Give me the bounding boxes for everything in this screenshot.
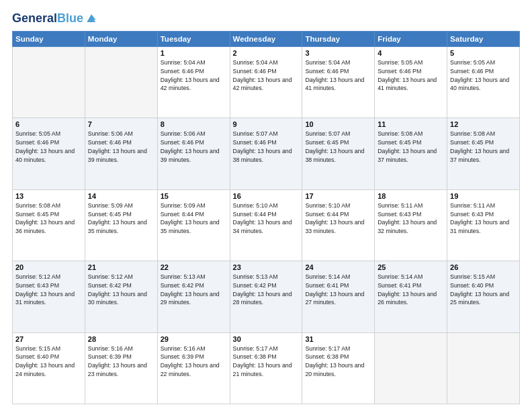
day-info: Sunrise: 5:15 AM Sunset: 6:40 PM Dayligh… (450, 273, 517, 307)
weekday-header-row: SundayMondayTuesdayWednesdayThursdayFrid… (13, 32, 520, 47)
day-number: 25 (378, 263, 444, 271)
calendar-week-row: 27Sunrise: 5:15 AM Sunset: 6:40 PM Dayli… (13, 332, 520, 404)
calendar-week-row: 20Sunrise: 5:12 AM Sunset: 6:43 PM Dayli… (13, 261, 520, 332)
calendar-cell: 14Sunrise: 5:09 AM Sunset: 6:45 PM Dayli… (85, 189, 157, 261)
day-info: Sunrise: 5:12 AM Sunset: 6:42 PM Dayligh… (88, 273, 154, 307)
day-info: Sunrise: 5:07 AM Sunset: 6:46 PM Dayligh… (233, 130, 300, 164)
day-number: 3 (305, 49, 371, 57)
day-info: Sunrise: 5:08 AM Sunset: 6:45 PM Dayligh… (378, 130, 444, 164)
calendar-cell: 30Sunrise: 5:17 AM Sunset: 6:38 PM Dayli… (230, 332, 302, 404)
logo: GeneralBlue (12, 12, 98, 26)
day-info: Sunrise: 5:04 AM Sunset: 6:46 PM Dayligh… (233, 58, 300, 93)
day-number: 5 (450, 49, 517, 57)
day-number: 26 (450, 263, 517, 271)
day-info: Sunrise: 5:14 AM Sunset: 6:41 PM Dayligh… (305, 273, 371, 307)
calendar-cell: 3Sunrise: 5:04 AM Sunset: 6:46 PM Daylig… (302, 47, 375, 118)
calendar-cell: 16Sunrise: 5:10 AM Sunset: 6:44 PM Dayli… (230, 189, 302, 261)
day-number: 31 (305, 335, 371, 343)
day-info: Sunrise: 5:05 AM Sunset: 6:46 PM Dayligh… (15, 130, 82, 164)
calendar-cell: 1Sunrise: 5:04 AM Sunset: 6:46 PM Daylig… (157, 47, 230, 118)
calendar-cell: 9Sunrise: 5:07 AM Sunset: 6:46 PM Daylig… (230, 118, 302, 189)
day-number: 11 (378, 120, 444, 128)
day-info: Sunrise: 5:10 AM Sunset: 6:44 PM Dayligh… (305, 201, 371, 236)
day-info: Sunrise: 5:17 AM Sunset: 6:38 PM Dayligh… (233, 345, 300, 379)
day-number: 10 (305, 120, 371, 128)
calendar-cell: 2Sunrise: 5:04 AM Sunset: 6:46 PM Daylig… (230, 47, 302, 118)
weekday-header-sunday: Sunday (13, 32, 85, 47)
day-info: Sunrise: 5:05 AM Sunset: 6:46 PM Dayligh… (450, 58, 517, 93)
day-info: Sunrise: 5:14 AM Sunset: 6:41 PM Dayligh… (378, 273, 444, 307)
day-info: Sunrise: 5:13 AM Sunset: 6:42 PM Dayligh… (233, 273, 300, 307)
day-number: 22 (161, 263, 227, 271)
day-number: 13 (15, 192, 82, 200)
calendar-cell: 31Sunrise: 5:17 AM Sunset: 6:38 PM Dayli… (302, 332, 375, 404)
calendar-cell: 19Sunrise: 5:11 AM Sunset: 6:43 PM Dayli… (447, 189, 520, 261)
day-number: 2 (233, 49, 300, 57)
day-number: 30 (233, 335, 300, 343)
calendar-cell: 4Sunrise: 5:05 AM Sunset: 6:46 PM Daylig… (375, 47, 447, 118)
calendar-cell (447, 332, 520, 404)
day-number: 17 (305, 192, 371, 200)
day-number: 4 (378, 49, 444, 57)
calendar-cell: 21Sunrise: 5:12 AM Sunset: 6:42 PM Dayli… (85, 261, 157, 332)
day-info: Sunrise: 5:17 AM Sunset: 6:38 PM Dayligh… (305, 345, 371, 379)
calendar-cell (13, 47, 85, 118)
day-info: Sunrise: 5:11 AM Sunset: 6:43 PM Dayligh… (378, 201, 444, 236)
calendar-cell: 5Sunrise: 5:05 AM Sunset: 6:46 PM Daylig… (447, 47, 520, 118)
weekday-header-monday: Monday (85, 32, 157, 47)
page: GeneralBlue SundayMondayTuesdayWednesday… (0, 0, 532, 411)
day-info: Sunrise: 5:06 AM Sunset: 6:46 PM Dayligh… (161, 130, 227, 164)
day-number: 6 (15, 120, 82, 128)
day-info: Sunrise: 5:16 AM Sunset: 6:39 PM Dayligh… (161, 345, 227, 379)
calendar-cell (375, 332, 447, 404)
day-number: 27 (15, 335, 82, 343)
calendar-cell: 13Sunrise: 5:08 AM Sunset: 6:45 PM Dayli… (13, 189, 85, 261)
day-info: Sunrise: 5:16 AM Sunset: 6:39 PM Dayligh… (88, 345, 154, 379)
day-number: 18 (378, 192, 444, 200)
calendar-cell: 8Sunrise: 5:06 AM Sunset: 6:46 PM Daylig… (157, 118, 230, 189)
day-info: Sunrise: 5:09 AM Sunset: 6:44 PM Dayligh… (161, 201, 227, 236)
calendar-week-row: 6Sunrise: 5:05 AM Sunset: 6:46 PM Daylig… (13, 118, 520, 189)
calendar-cell: 23Sunrise: 5:13 AM Sunset: 6:42 PM Dayli… (230, 261, 302, 332)
calendar-cell: 20Sunrise: 5:12 AM Sunset: 6:43 PM Dayli… (13, 261, 85, 332)
weekday-header-tuesday: Tuesday (157, 32, 230, 47)
day-number: 8 (161, 120, 227, 128)
day-number: 1 (161, 49, 227, 57)
calendar-cell: 25Sunrise: 5:14 AM Sunset: 6:41 PM Dayli… (375, 261, 447, 332)
calendar-cell: 17Sunrise: 5:10 AM Sunset: 6:44 PM Dayli… (302, 189, 375, 261)
day-info: Sunrise: 5:06 AM Sunset: 6:46 PM Dayligh… (88, 130, 154, 164)
day-info: Sunrise: 5:08 AM Sunset: 6:45 PM Dayligh… (450, 130, 517, 164)
day-number: 9 (233, 120, 300, 128)
day-number: 21 (88, 263, 154, 271)
day-number: 12 (450, 120, 517, 128)
calendar-cell: 6Sunrise: 5:05 AM Sunset: 6:46 PM Daylig… (13, 118, 85, 189)
day-info: Sunrise: 5:09 AM Sunset: 6:45 PM Dayligh… (88, 201, 154, 236)
day-info: Sunrise: 5:15 AM Sunset: 6:40 PM Dayligh… (15, 345, 82, 379)
day-number: 7 (88, 120, 154, 128)
calendar-cell: 22Sunrise: 5:13 AM Sunset: 6:42 PM Dayli… (157, 261, 230, 332)
weekday-header-wednesday: Wednesday (230, 32, 302, 47)
calendar-week-row: 1Sunrise: 5:04 AM Sunset: 6:46 PM Daylig… (13, 47, 520, 118)
calendar-cell: 15Sunrise: 5:09 AM Sunset: 6:44 PM Dayli… (157, 189, 230, 261)
day-number: 20 (15, 263, 82, 271)
day-number: 23 (233, 263, 300, 271)
day-info: Sunrise: 5:04 AM Sunset: 6:46 PM Dayligh… (305, 58, 371, 93)
day-info: Sunrise: 5:04 AM Sunset: 6:46 PM Dayligh… (161, 58, 227, 93)
calendar-cell: 26Sunrise: 5:15 AM Sunset: 6:40 PM Dayli… (447, 261, 520, 332)
day-number: 16 (233, 192, 300, 200)
calendar-cell (85, 47, 157, 118)
day-info: Sunrise: 5:10 AM Sunset: 6:44 PM Dayligh… (233, 201, 300, 236)
calendar-cell: 11Sunrise: 5:08 AM Sunset: 6:45 PM Dayli… (375, 118, 447, 189)
day-info: Sunrise: 5:05 AM Sunset: 6:46 PM Dayligh… (378, 58, 444, 93)
calendar-cell: 24Sunrise: 5:14 AM Sunset: 6:41 PM Dayli… (302, 261, 375, 332)
weekday-header-friday: Friday (375, 32, 447, 47)
weekday-header-saturday: Saturday (447, 32, 520, 47)
calendar-cell: 7Sunrise: 5:06 AM Sunset: 6:46 PM Daylig… (85, 118, 157, 189)
day-info: Sunrise: 5:08 AM Sunset: 6:45 PM Dayligh… (15, 201, 82, 236)
day-number: 29 (161, 335, 227, 343)
logo-icon (85, 12, 98, 26)
day-info: Sunrise: 5:11 AM Sunset: 6:43 PM Dayligh… (450, 201, 517, 236)
svg-marker-0 (87, 14, 95, 22)
day-info: Sunrise: 5:12 AM Sunset: 6:43 PM Dayligh… (15, 273, 82, 307)
calendar: SundayMondayTuesdayWednesdayThursdayFrid… (12, 31, 520, 404)
